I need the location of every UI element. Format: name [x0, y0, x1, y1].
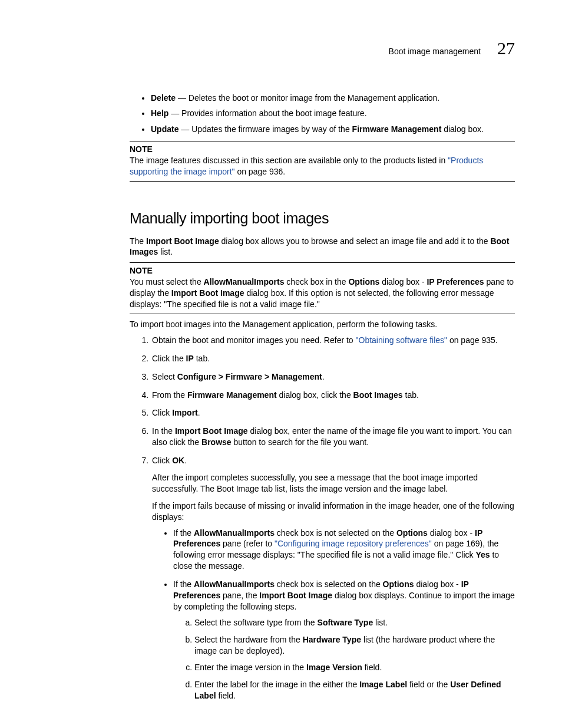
action-bullets: Delete — Deletes the boot or monitor ima… — [130, 93, 515, 136]
text: Select — [152, 372, 177, 381]
text: check box is not selected on the — [275, 528, 396, 538]
steps-list: Obtain the boot and monitor images you n… — [130, 335, 515, 701]
text: dialog box. — [441, 124, 484, 134]
list-item: Delete — Deletes the boot or monitor ima… — [151, 93, 515, 104]
text: — Updates the firmware images by way of … — [178, 124, 352, 134]
text: Click the — [152, 354, 186, 363]
step-2: Click the IP tab. — [151, 353, 515, 364]
chapter-number: 27 — [497, 37, 515, 61]
text: dialog box - — [428, 528, 475, 538]
text: Enter the label for the image in the eit… — [194, 680, 359, 689]
bold: Firmware Management — [352, 124, 442, 134]
bold: Firmware Management — [187, 390, 277, 400]
text: The — [130, 236, 146, 246]
bold: Import Boot Image — [259, 591, 332, 600]
text: From the — [152, 390, 187, 400]
sub-step-a: Select the software type from the Softwa… — [194, 617, 515, 628]
step-5: Click Import. — [151, 407, 515, 419]
list-item: If the AllowManualImports check box is n… — [173, 528, 515, 572]
text: list. — [158, 247, 173, 256]
section-heading: Manually importing boot images — [130, 209, 515, 229]
text: field. — [362, 663, 382, 672]
bold: Options — [348, 277, 379, 286]
text: on page 936. — [235, 167, 286, 176]
divider — [130, 181, 515, 182]
text: . — [184, 456, 187, 465]
bold: Configure > Firmware > Management — [177, 372, 322, 381]
bold: Import Boot Image — [146, 236, 219, 246]
text: Obtain the boot and monitor images you n… — [152, 335, 356, 345]
bold: Hardware Type — [303, 635, 361, 644]
bold: Import Boot Image — [175, 426, 248, 436]
bold: AllowManualImports — [204, 277, 285, 286]
text: pane, the — [220, 591, 259, 600]
sub-step-c: Enter the image version in the Image Ver… — [194, 662, 515, 673]
text: button to search for the file you want. — [232, 437, 369, 447]
label: Update — [151, 124, 178, 134]
sub-step-d: Enter the label for the image in the eit… — [194, 679, 515, 701]
bold: Import — [172, 408, 198, 417]
text: tab. — [194, 354, 210, 363]
step-6: In the Import Boot Image dialog box, ent… — [151, 426, 515, 448]
text: dialog box allows you to browse and sele… — [219, 236, 491, 246]
bold: Options — [383, 579, 414, 589]
bold: Options — [396, 528, 428, 538]
header-title: Boot image management — [389, 46, 481, 57]
bold: Software Type — [318, 618, 373, 627]
text: tab. — [403, 390, 419, 400]
text: You must select the — [130, 277, 204, 286]
bold: Image Version — [306, 663, 362, 672]
bold: Image Label — [359, 680, 407, 689]
text: field. — [216, 691, 236, 700]
note-text: The image features discussed in this sec… — [130, 155, 515, 177]
text: If the — [173, 528, 194, 538]
text: check box in the — [284, 277, 348, 286]
step-1: Obtain the boot and monitor images you n… — [151, 335, 515, 346]
link-configuring-image-repository-preferences[interactable]: "Configuring image repository preference… — [275, 539, 432, 548]
text: on page 935. — [447, 335, 498, 345]
text: dialog box - — [379, 277, 427, 286]
divider — [130, 262, 515, 263]
step-7: Click OK. After the import completes suc… — [151, 455, 515, 701]
step-4: From the Firmware Management dialog box,… — [151, 390, 515, 401]
list-item: Update — Updates the firmware images by … — [151, 124, 515, 135]
text: list. — [373, 618, 388, 627]
note-label: NOTE — [130, 144, 515, 155]
sub-step-b: Select the hardware from the Hardware Ty… — [194, 634, 515, 657]
bold: Import Boot Image — [171, 288, 244, 298]
text: The image features discussed in this sec… — [130, 156, 448, 165]
divider — [130, 314, 515, 314]
step-3: Select Configure > Firmware > Management… — [151, 371, 515, 383]
sub-steps: Select the software type from the Softwa… — [173, 617, 515, 701]
text: dialog box, click the — [277, 390, 353, 400]
lead-in: To import boot images into the Managemen… — [130, 319, 515, 330]
list-item: If the AllowManualImports check box is s… — [173, 579, 515, 701]
link-obtaining-software-files[interactable]: "Obtaining software files" — [356, 335, 447, 345]
text: — Deletes the boot or monitor image from… — [176, 93, 439, 103]
bold: AllowManualImports — [194, 528, 275, 538]
bold: Yes — [475, 550, 490, 559]
text: In the — [152, 426, 175, 436]
bold: Browse — [201, 437, 232, 447]
label: Delete — [151, 93, 176, 103]
text: — Provides information about the boot im… — [168, 108, 366, 118]
text: Enter the image version in the — [194, 663, 306, 672]
bold: Boot Images — [353, 390, 403, 400]
paragraph: After the import completes successfully,… — [152, 472, 515, 495]
text: . — [322, 372, 325, 381]
bold: IP Preferences — [427, 277, 484, 286]
text: Click — [152, 456, 172, 465]
note-text: You must select the AllowManualImports c… — [130, 276, 515, 310]
text: Click — [152, 408, 172, 417]
sub-bullets: If the AllowManualImports check box is n… — [152, 528, 515, 702]
text: field or the — [407, 680, 450, 689]
text: dialog box - — [414, 579, 461, 589]
text: pane (refer to — [220, 539, 275, 548]
list-item: Help — Provides information about the bo… — [151, 108, 515, 119]
bold: IP — [186, 354, 194, 363]
text: . — [198, 408, 200, 417]
bold: AllowManualImports — [194, 579, 275, 589]
label: Help — [151, 108, 168, 118]
text: check box is selected on the — [275, 579, 383, 589]
text: Select the hardware from the — [194, 635, 303, 644]
